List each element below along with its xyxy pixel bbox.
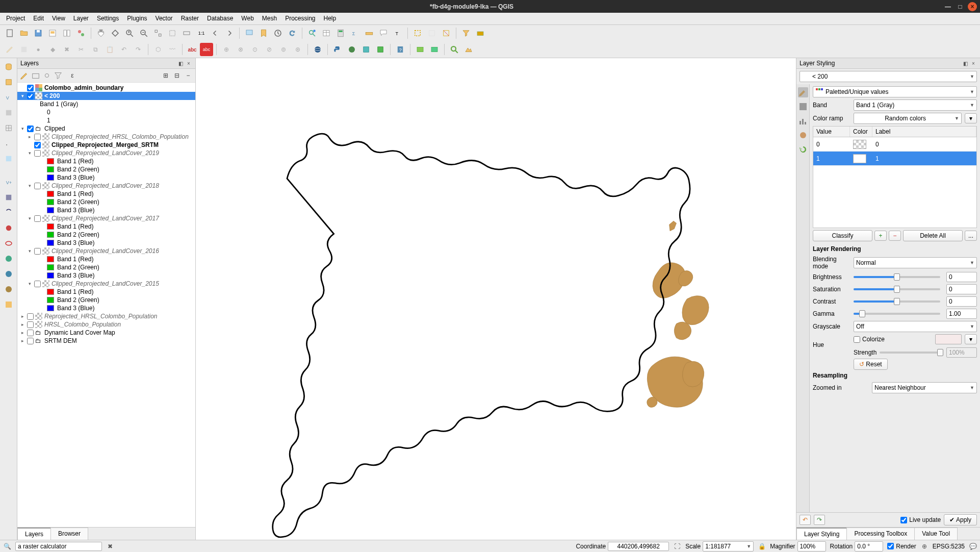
classify-row[interactable]: 11 xyxy=(813,152,976,166)
locator-input[interactable] xyxy=(15,542,102,551)
apply-button[interactable]: ✔ Apply xyxy=(944,514,977,525)
add-oracle-icon[interactable] xyxy=(2,237,15,250)
menu-view[interactable]: View xyxy=(48,13,69,24)
styling-panel-float-icon[interactable]: ◧ xyxy=(962,60,969,67)
add-postgis-icon[interactable] xyxy=(2,206,15,219)
transparency-tab-icon[interactable] xyxy=(798,102,808,112)
color-ramp-menu-button[interactable]: ▾ xyxy=(965,113,977,123)
expand-all-icon[interactable]: ⊞ xyxy=(161,70,171,81)
menu-edit[interactable]: Edit xyxy=(29,13,48,24)
tree-expander-icon[interactable]: ▾ xyxy=(19,126,25,131)
layer-tree-item[interactable]: 0 xyxy=(17,108,195,116)
layer-visibility-checkbox[interactable] xyxy=(34,134,41,140)
symbology-tab-icon[interactable] xyxy=(798,87,808,97)
layer-visibility-checkbox[interactable] xyxy=(34,150,41,157)
layer-tree-item[interactable]: Band 3 (Blue) xyxy=(17,239,195,247)
zoomed-in-combo[interactable]: Nearest Neighbour ▼ xyxy=(872,382,977,393)
zoom-last-icon[interactable] xyxy=(209,27,222,40)
tree-expander-icon[interactable]: ▾ xyxy=(19,93,25,98)
tree-expander-icon[interactable]: ▾ xyxy=(27,183,33,188)
extents-icon[interactable]: ⛶ xyxy=(673,542,681,550)
tree-expander-icon[interactable]: ▾ xyxy=(27,281,33,286)
zoom-full-icon[interactable] xyxy=(151,27,165,40)
delete-all-button[interactable]: Delete All xyxy=(903,230,963,241)
gamma-slider[interactable] xyxy=(854,313,940,315)
reset-button[interactable]: ↺ Reset xyxy=(854,359,888,370)
menu-database[interactable]: Database xyxy=(203,13,237,24)
layer-tree-item[interactable]: Band 1 (Red) xyxy=(17,222,195,231)
layer-tree-item[interactable]: ▾Clipped_Reprojected_LandCover_2018 xyxy=(17,182,195,190)
messages-icon[interactable]: 💬 xyxy=(969,542,977,550)
layer-visibility-checkbox[interactable] xyxy=(34,215,41,222)
layer-filter-icon[interactable] xyxy=(459,27,473,40)
tree-expander-icon[interactable]: ▸ xyxy=(19,322,25,327)
tree-expander-icon[interactable]: ▸ xyxy=(19,330,25,335)
contrast-spinbox[interactable]: 0 xyxy=(946,296,977,307)
menu-settings[interactable]: Settings xyxy=(93,13,123,24)
add-virtual-icon[interactable] xyxy=(2,152,15,165)
label-abc-icon[interactable]: abc xyxy=(186,43,199,56)
menu-mesh[interactable]: Mesh xyxy=(258,13,281,24)
layer-tree-item[interactable]: ▾Clipped_Reprojected_LandCover_2017 xyxy=(17,214,195,222)
close-button[interactable]: × xyxy=(968,2,977,11)
renderer-combo[interactable]: Paletted/Unique values ▼ xyxy=(813,86,977,97)
layer-tree-item[interactable]: ▸HRSL_Colombo_Population xyxy=(17,320,195,329)
grayscale-combo[interactable]: Off ▼ xyxy=(854,321,977,332)
layers-tree[interactable]: Colombo_admin_boundary▾< 200Band 1 (Gray… xyxy=(17,83,195,527)
blending-mode-combo[interactable]: Normal ▼ xyxy=(854,257,977,268)
colorize-color[interactable] xyxy=(935,334,962,344)
refresh-icon[interactable] xyxy=(286,27,299,40)
tree-expander-icon[interactable]: ▾ xyxy=(27,216,33,221)
classify-button[interactable]: Classify xyxy=(813,230,872,241)
layer-tree-item[interactable]: Band 1 (Gray) xyxy=(17,100,195,108)
scale-combo[interactable]: 1:181877 ▼ xyxy=(703,541,754,551)
layer-visibility-checkbox[interactable] xyxy=(27,313,34,320)
toolbox-icon[interactable] xyxy=(474,27,487,40)
classify-color-swatch[interactable] xyxy=(853,140,866,149)
menu-plugins[interactable]: Plugins xyxy=(123,13,151,24)
tree-expander-icon[interactable]: ▸ xyxy=(19,314,25,319)
layer-tree-item[interactable]: Band 2 (Green) xyxy=(17,263,195,271)
tree-expander-icon[interactable]: ▾ xyxy=(27,150,33,156)
annotation-icon[interactable]: T xyxy=(391,27,404,40)
add-wcs-icon[interactable] xyxy=(2,267,15,281)
saturation-slider[interactable] xyxy=(854,288,940,290)
help-icon[interactable]: ? xyxy=(394,43,407,56)
tree-expander-icon[interactable]: ▸ xyxy=(19,338,25,343)
menu-help[interactable]: Help xyxy=(320,13,341,24)
live-update-checkbox[interactable]: Live update xyxy=(900,516,941,523)
temporal-controller-icon[interactable] xyxy=(271,27,285,40)
layer-tree-item[interactable]: Band 2 (Green) xyxy=(17,198,195,206)
layer-visibility-checkbox[interactable] xyxy=(27,330,34,336)
layer-tree-item[interactable]: ▾Clipped_Reprojected_LandCover_2015 xyxy=(17,280,195,288)
tab-processing-toolbox[interactable]: Processing Toolbox xyxy=(846,528,915,540)
color-ramp-combo[interactable]: Random colors ▼ xyxy=(854,113,962,124)
add-mssql-icon[interactable] xyxy=(2,221,15,235)
new-print-layout-icon[interactable] xyxy=(46,27,59,40)
style-redo-button[interactable]: ↷ xyxy=(814,515,825,525)
layer-tree-item[interactable]: Band 1 (Red) xyxy=(17,255,195,263)
select-features-icon[interactable] xyxy=(411,27,424,40)
map-canvas[interactable] xyxy=(196,58,796,540)
plugin-3-icon[interactable] xyxy=(414,43,427,56)
layer-tree-item[interactable]: Band 1 (Red) xyxy=(17,288,195,296)
lock-icon[interactable]: 🔒 xyxy=(758,542,766,550)
menu-web[interactable]: Web xyxy=(237,13,257,24)
classify-row[interactable]: 00 xyxy=(813,137,976,152)
layer-tree-item[interactable]: Band 2 (Green) xyxy=(17,165,195,173)
styling-layer-combo[interactable]: < 200 ▼ xyxy=(800,71,977,82)
layer-tree-item[interactable]: ▾Clipped_Reprojected_LandCover_2019 xyxy=(17,149,195,157)
filter-legend-icon[interactable] xyxy=(53,70,63,81)
expression-filter-icon[interactable]: ε xyxy=(67,70,78,81)
identify-icon[interactable] xyxy=(305,27,319,40)
menu-layer[interactable]: Layer xyxy=(69,13,93,24)
tab-layer-styling[interactable]: Layer Styling xyxy=(796,528,847,540)
remove-layer-icon[interactable]: − xyxy=(183,70,193,81)
maximize-button[interactable]: □ xyxy=(956,2,965,11)
styling-panel-close-icon[interactable]: × xyxy=(970,60,977,67)
add-raster-icon[interactable] xyxy=(2,106,15,119)
layer-tree-item[interactable]: Band 3 (Blue) xyxy=(17,206,195,214)
zoom-layer-icon[interactable] xyxy=(180,27,193,40)
layer-tree-item[interactable]: Band 1 (Red) xyxy=(17,157,195,165)
add-xyz-icon[interactable] xyxy=(2,298,15,311)
